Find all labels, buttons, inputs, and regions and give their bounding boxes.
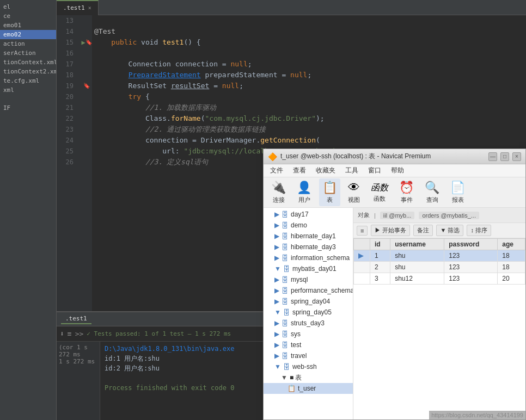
window-minimize-button[interactable]: — <box>488 152 497 161</box>
note-btn[interactable]: 备注 <box>413 225 433 236</box>
cylinder-icon-mybatis: 🗄 <box>283 265 290 273</box>
toolbar-user-button[interactable]: 👤 用户 <box>293 178 315 206</box>
tree-item-demo[interactable]: ▶ 🗄 demo <box>264 220 353 231</box>
tree-item-performance[interactable]: ▶ 🗄 performance_schema <box>264 285 353 296</box>
query-icon: 🔍 <box>425 181 439 195</box>
editor-tab-test1[interactable]: .test1 × <box>57 0 99 15</box>
tree-item-hibernate1[interactable]: ▶ 🗄 hibernate_day1 <box>264 231 353 242</box>
tree-item-struts[interactable]: ▶ 🗄 struts_day3 <box>264 318 353 329</box>
console-arrow-down-icon[interactable]: ⬇ <box>60 330 64 338</box>
tree-item-hibernate3[interactable]: ▶ 🗄 hibernate_day3 <box>264 242 353 252</box>
editor-gutter: ▶ 🔖 🔖 <box>81 15 92 311</box>
tree-item-tables-folder[interactable]: ▼ ■ 表 <box>264 372 353 383</box>
sidebar-item-el[interactable]: el <box>0 2 56 11</box>
sidebar-item-demo02[interactable]: emo02 <box>0 30 56 39</box>
sidebar-item-useraction[interactable]: serAction <box>0 48 56 58</box>
filter-btn[interactable]: ▼ 筛选 <box>436 225 463 236</box>
tree-label-test: test <box>291 341 301 349</box>
breadcrumb-myb[interactable]: iil @myb... <box>380 212 415 219</box>
data-grid[interactable]: id username password age ▶ 1 shu 123 18 <box>353 238 525 419</box>
code-line-15: public void test1() { <box>92 37 526 48</box>
db-icon-mysql: ▶ <box>274 276 279 283</box>
menu-tools[interactable]: 工具 <box>341 165 363 176</box>
begin-transaction-btn[interactable]: ▶ 开始事务 <box>371 225 410 236</box>
tree-item-t-user[interactable]: 📋 t_user <box>264 383 353 394</box>
cell-password-1: 123 <box>444 250 498 262</box>
tree-item-mysql[interactable]: ▶ 🗄 mysql <box>264 274 353 285</box>
window-close-button[interactable]: × <box>512 152 521 161</box>
window-maximize-button[interactable]: □ <box>500 152 509 161</box>
sidebar-item-xml[interactable]: xml <box>0 85 56 95</box>
tree-label-day17: day17 <box>291 211 309 218</box>
tree-item-spring05[interactable]: ▼ 🗄 spring_day05 <box>264 307 353 318</box>
menu-favorites[interactable]: 收藏夹 <box>311 165 340 176</box>
line-num-18: 18 <box>57 70 77 81</box>
tree-item-day17[interactable]: ▶ 🗄 day17 <box>264 209 353 220</box>
gutter-19: 🔖 <box>81 81 92 91</box>
sidebar-item-mybatiscfg[interactable]: te.cfg.xml <box>0 76 56 85</box>
cell-age-2: 18 <box>498 262 525 273</box>
col-age[interactable]: age <box>498 239 525 250</box>
toolbar-table-button[interactable]: 📋 表 <box>319 178 340 206</box>
sidebar-item-ce[interactable]: ce <box>0 11 56 21</box>
tree-item-mybatis[interactable]: ▼ 🗄 mybatis_day01 <box>264 263 353 274</box>
code-line-18: PreparedStatement preparedStatement = nu… <box>92 70 526 81</box>
report-label: 报表 <box>452 196 464 204</box>
sidebar-item-if[interactable]: IF <box>0 103 56 113</box>
tree-item-information[interactable]: ▶ 🗄 information_schema <box>264 252 353 263</box>
cylinder-icon-spring04: 🗄 <box>282 298 289 306</box>
toolbar-query-button[interactable]: 🔍 查询 <box>421 178 443 206</box>
line-num-26: 26 <box>57 157 77 168</box>
cylinder-icon-hib3: 🗄 <box>282 243 289 251</box>
tree-item-sys[interactable]: ▶ 🗄 sys <box>264 329 353 339</box>
menu-help[interactable]: 帮助 <box>387 165 408 176</box>
sort-btn[interactable]: ↕ 排序 <box>467 225 491 236</box>
sidebar-item-demo01[interactable]: emo01 <box>0 21 56 30</box>
tab-close-button[interactable]: × <box>88 5 91 11</box>
menu-file[interactable]: 文件 <box>266 165 288 176</box>
col-id[interactable]: id <box>370 239 390 250</box>
tree-label-sys: sys <box>291 330 301 338</box>
col-password[interactable]: password <box>444 239 498 250</box>
folder-icon-tables: ▼ <box>281 374 288 381</box>
navicat-right-panel: 对象 | iil @myb... orders @mybatis_... ≡ ▶… <box>353 208 525 419</box>
obj-tab-label[interactable]: 对象 <box>358 211 370 219</box>
menu-btn[interactable]: ≡ <box>357 226 368 236</box>
run-icon[interactable]: ▶ <box>81 37 85 48</box>
console-more-icon[interactable]: >> <box>75 330 84 338</box>
cylinder-icon-info: 🗄 <box>282 254 289 262</box>
breadcrumb-orders[interactable]: orders @mybatis_... <box>419 212 479 219</box>
code-line-20: try { <box>92 91 526 102</box>
tree-item-webssh[interactable]: ▼ 🗄 web-ssh <box>264 361 353 372</box>
toolbar-connect-button[interactable]: 🔌 连接 <box>268 178 289 206</box>
tree-item-test[interactable]: ▶ 🗄 test <box>264 339 353 350</box>
db-icon-webssh: ▼ <box>274 363 281 370</box>
toolbar-view-button[interactable]: 👁 视图 <box>345 178 363 206</box>
cylinder-icon-hib1: 🗄 <box>282 232 289 240</box>
sidebar-item-applicationcontext2[interactable]: tionContext2.xml <box>0 67 56 76</box>
tree-label-hib1: hibernate_day1 <box>291 232 336 240</box>
toolbar-function-button[interactable]: 函数 函数 <box>368 180 392 205</box>
code-line-21: //1. 加载数据库驱动 <box>92 102 526 113</box>
bookmark-icon-19: 🔖 <box>83 81 90 91</box>
console-tab-test1[interactable]: .test1 <box>61 314 91 324</box>
navicat-tree[interactable]: ▶ 🗄 day17 ▶ 🗄 demo ▶ 🗄 hibernate_day1 ▶ … <box>264 208 353 419</box>
console-align-icon[interactable]: ≡ <box>68 330 72 338</box>
menu-view[interactable]: 查看 <box>289 165 310 176</box>
table-row[interactable]: 3 shu12 123 20 <box>354 273 525 285</box>
toolbar-report-button[interactable]: 📄 报表 <box>447 178 468 206</box>
menu-window[interactable]: 窗口 <box>364 165 386 176</box>
col-username[interactable]: username <box>390 239 444 250</box>
tree-item-travel[interactable]: ▶ 🗄 travel <box>264 350 353 361</box>
code-line-13 <box>92 15 526 26</box>
sidebar-item-applicationcontext[interactable]: tionContext.xml <box>0 58 56 67</box>
connect-icon: 🔌 <box>271 181 286 195</box>
gutter-20 <box>81 91 92 102</box>
tree-item-spring04[interactable]: ▶ 🗄 spring_day04 <box>264 296 353 307</box>
sidebar-item-action[interactable]: action <box>0 39 56 48</box>
test-pass-badge: ✓ Tests passed: 1 of 1 test – 1 s 272 ms <box>87 330 231 337</box>
line-num-19: 19 <box>57 81 77 91</box>
table-row[interactable]: ▶ 1 shu 123 18 <box>354 250 525 262</box>
toolbar-event-button[interactable]: ⏰ 事件 <box>396 178 417 206</box>
table-row[interactable]: 2 shu 123 18 <box>354 262 525 273</box>
